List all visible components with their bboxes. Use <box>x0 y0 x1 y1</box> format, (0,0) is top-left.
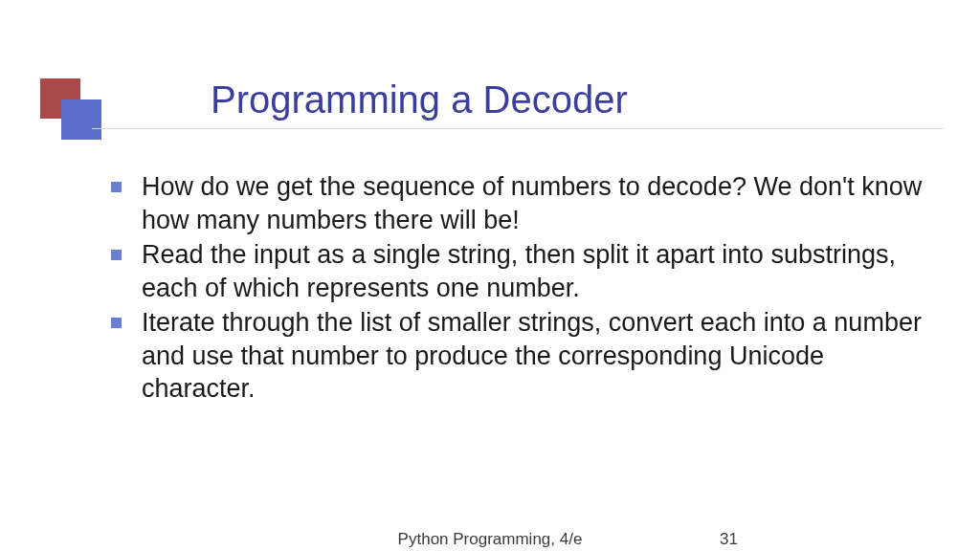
slide-content: How do we get the sequence of numbers to… <box>111 170 934 408</box>
bullet-item: Read the input as a single string, then … <box>111 238 934 304</box>
bullet-item: Iterate through the list of smaller stri… <box>111 306 934 406</box>
bullet-item: How do we get the sequence of numbers to… <box>111 170 934 236</box>
logo-blue-square <box>61 99 101 140</box>
title-divider <box>92 128 944 129</box>
slide-title: Programming a Decoder <box>211 78 628 121</box>
footer-page-number: 31 <box>720 530 738 549</box>
slide-logo <box>40 78 100 138</box>
footer-source: Python Programming, 4/e <box>0 530 980 549</box>
